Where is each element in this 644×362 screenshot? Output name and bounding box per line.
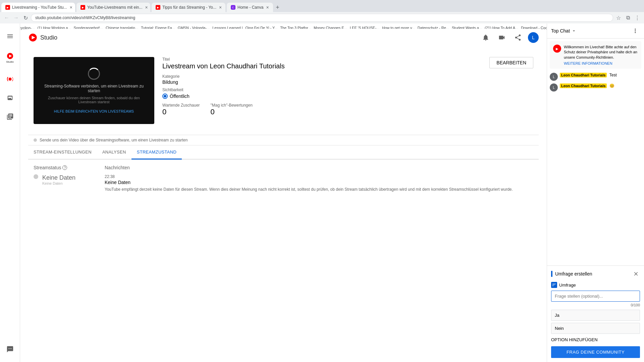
wartende-stat: Wartende Zuschauer 0 <box>162 103 200 116</box>
chat-msg-text-1: Test <box>609 73 617 77</box>
no-data-title: Keine Daten <box>42 174 75 181</box>
poll-subtitle-icon <box>551 282 557 288</box>
tab-close-1[interactable]: × <box>70 5 72 10</box>
browser-chrome: ▶ Livestreaming - YouTube Stu... × ▶ You… <box>0 0 644 23</box>
poll-question-input[interactable] <box>551 291 640 302</box>
nav-bar: ← → ↻ studio.youtube.com/video/xhWKZvCMy… <box>0 12 644 23</box>
chat-msg-content-1: Leon Chaudhari Tutorials Test <box>560 73 617 77</box>
yt-welcome-icon: ▶ <box>553 45 561 53</box>
sidebar-item-live[interactable] <box>1 70 19 88</box>
forward-button[interactable]: → <box>12 14 20 22</box>
poll-subtitle: Umfrage <box>551 282 640 288</box>
offentlich-row: Öffentlich <box>162 94 481 99</box>
new-tab-button[interactable]: + <box>273 3 282 12</box>
sidebar-item-photos[interactable] <box>1 89 19 107</box>
stream-title: Livestream von Leon Chaudhari Tutorials <box>162 62 481 70</box>
stream-grid: Streamstatus ? Keine Daten Keine Daten N… <box>34 165 533 195</box>
menu-button[interactable]: ⋮ <box>633 14 641 22</box>
wartende-label: Wartende Zuschauer <box>162 103 200 108</box>
share-button[interactable] <box>512 32 524 44</box>
chevron-down-icon <box>571 28 577 34</box>
yt-logo-icon <box>28 33 38 42</box>
sichtbarkeit-value: Öffentlich <box>170 94 190 99</box>
nachrichten-item: 22:38 Keine Daten YouTube empfängt derze… <box>105 174 533 192</box>
address-bar[interactable]: studio.youtube.com/video/xhWKZvCMyB8/liv… <box>31 14 613 22</box>
tab-favicon-2: ▶ <box>80 5 85 10</box>
sidebar-item-feedback[interactable] <box>1 341 19 358</box>
chat-msg-content-2: Leon Chaudhari Tutorials 😊 <box>560 83 614 88</box>
page-content: Studio L <box>20 23 547 362</box>
extension-button[interactable]: ⧉ <box>624 14 632 22</box>
tab-analysen[interactable]: ANALYSEN <box>97 145 131 160</box>
status-dot <box>34 138 37 142</box>
bewertungen-value: 0 <box>211 108 253 116</box>
welcome-msg-content: Willkommen im Livechat! Bitte achte auf … <box>564 45 638 65</box>
chat-title-text: Top Chat <box>551 28 570 34</box>
streamstatus-label: Streamstatus ? <box>34 165 94 170</box>
notifications-button[interactable] <box>480 32 492 44</box>
bewertungen-stat: "Mag ich"-Bewertungen 0 <box>211 103 253 116</box>
poll-header: Umfrage erstellen <box>551 270 640 278</box>
thumbnail-setup-text1: Streaming-Software verbinden, um einen L… <box>34 84 154 93</box>
title-label: Titel <box>162 57 481 62</box>
chat-username-2: Leon Chaudhari Tutorials <box>560 83 607 88</box>
bewertungen-label: "Mag ich"-Bewertungen <box>211 103 253 108</box>
sidebar-menu-button[interactable] <box>1 27 19 45</box>
radio-inner <box>164 95 166 98</box>
chat-header: Top Chat <box>547 23 644 39</box>
tab-close-2[interactable]: × <box>145 5 148 10</box>
tab-label-1: Livestreaming - YouTube Stu... <box>12 5 67 10</box>
loading-spinner <box>88 68 100 80</box>
no-data-labels: Keine Daten Keine Daten <box>42 174 75 185</box>
wartende-value: 0 <box>162 108 200 116</box>
sidebar-item-content[interactable] <box>1 108 19 125</box>
reload-button[interactable]: ↻ <box>21 14 30 22</box>
bearbeiten-btn-container: BEARBEITEN <box>489 57 533 68</box>
welcome-text: Willkommen im Livechat! Bitte achte auf … <box>564 45 638 60</box>
sichtbarkeit-label: Sichtbarkeit <box>162 87 481 92</box>
poll-title-text: Umfrage erstellen <box>555 271 592 277</box>
tab-close-3[interactable]: × <box>219 5 222 10</box>
stream-content: Streamstatus ? Keine Daten Keine Daten N… <box>28 160 539 200</box>
studio-logo: Studio <box>1 49 19 66</box>
bookmark-button[interactable]: ☆ <box>614 14 623 22</box>
user-avatar[interactable]: L <box>528 32 539 43</box>
status-text: Sende uns dein Video über die Streamings… <box>40 138 187 142</box>
poll-option-nein: Nein <box>551 323 640 334</box>
no-data-small: Keine Daten <box>42 181 75 185</box>
radio-icon <box>162 94 168 99</box>
welcome-link[interactable]: WEITERE INFORMATIONEN <box>564 61 638 65</box>
browser-tab-2[interactable]: ▶ YouTube-Livestreams mit ein... × <box>76 3 150 12</box>
header-right-actions: L <box>480 32 539 44</box>
poll-char-count: 0/100 <box>551 303 640 307</box>
create-button[interactable] <box>496 32 508 44</box>
nachrichten-title: Nachrichten <box>105 165 533 170</box>
tab-label-2: YouTube-Livestreams mit ein... <box>87 5 143 10</box>
video-preview-section: Streaming-Software verbinden, um einen L… <box>28 52 539 129</box>
nachrichten-body: YouTube empfängt derzeit keine Daten für… <box>105 186 533 192</box>
browser-tab-1[interactable]: ▶ Livestreaming - YouTube Stu... × <box>1 3 75 12</box>
frag-community-button[interactable]: FRAG DEINE COMMUNITY <box>551 346 640 358</box>
no-data-indicator <box>34 174 38 179</box>
tabs-row: STREAM-EINSTELLUNGEN ANALYSEN STREAMZUST… <box>28 145 539 160</box>
bearbeiten-button[interactable]: BEARBEITEN <box>489 57 533 68</box>
tab-streamzustand[interactable]: STREAMZUSTAND <box>131 145 182 160</box>
browser-tab-3[interactable]: ▶ Tipps für das Streaming - Yo... × <box>152 3 225 12</box>
tab-stream-einstellungen[interactable]: STREAM-EINSTELLUNGEN <box>28 145 97 160</box>
chat-more-button[interactable] <box>631 26 640 36</box>
left-sidebar: Studio <box>0 23 20 362</box>
studio-header-bar: Studio L <box>28 29 539 46</box>
add-option-button[interactable]: OPTION HINZUFÜGEN <box>551 336 598 344</box>
help-link[interactable]: HILFE BEIM EINRICHTEN VON LIVESTREAMS <box>54 109 134 113</box>
poll-close-button[interactable] <box>632 270 640 278</box>
browser-tab-4[interactable]: C Home - Canva × <box>227 3 273 12</box>
nachrichten-col: Nachrichten 22:38 Keine Daten YouTube em… <box>105 165 533 195</box>
svg-point-2 <box>8 77 11 80</box>
nachrichten-header: Keine Daten <box>105 180 533 185</box>
streamstatus-info-icon[interactable]: ? <box>62 165 67 170</box>
chat-avatar-1: L <box>550 73 558 81</box>
back-button[interactable]: ← <box>3 14 11 22</box>
tab-close-4[interactable]: × <box>266 5 269 10</box>
stats-row: Wartende Zuschauer 0 "Mag ich"-Bewertung… <box>162 103 481 116</box>
yt-studio-text: Studio <box>40 34 57 41</box>
